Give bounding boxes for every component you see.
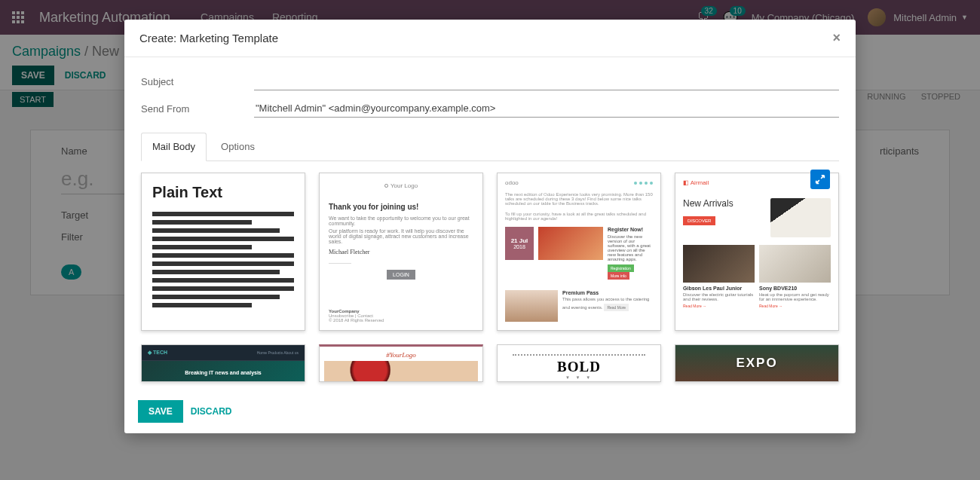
tech-brand: ◆ TECH: [148, 350, 167, 356]
food-logo: #YourLogo: [320, 347, 482, 361]
odoo-pp-h: Premium Pass: [562, 290, 653, 295]
template-thumbnails: Plain Text Your Logo Thank you for joini…: [141, 173, 839, 390]
bold-title: BOLD: [498, 359, 660, 375]
modal-body: Subject Send From Mail Body Options Plai…: [124, 57, 856, 390]
prod1-name: Gibson Les Paul Junior: [683, 286, 755, 291]
tech-nav: Home Products About us: [257, 350, 299, 355]
thanks-copyright: © 2018 All Rights Reserved: [329, 318, 473, 323]
tabs: Mail Body Options: [141, 133, 839, 161]
modal-title: Create: Marketing Template: [139, 32, 278, 44]
odoo-crowd-image: [538, 227, 603, 260]
prod2-name: Sony BDVE210: [759, 286, 831, 291]
prod2-desc: Heat up the popcorn and get ready for an…: [759, 292, 829, 301]
modal-overlay: Create: Marketing Template × Subject Sen…: [0, 0, 980, 480]
odoo-brand: odoo: [505, 179, 519, 186]
tab-options[interactable]: Options: [210, 133, 266, 161]
template-food[interactable]: #YourLogo: [319, 344, 483, 382]
prod1-image: [683, 245, 755, 283]
template-airmail[interactable]: ◧ Airmail New Arrivals DISCOVER Gibs: [675, 173, 839, 331]
subject-label: Subject: [141, 76, 254, 87]
template-bold[interactable]: BOLD ▼ ▼ ▼: [497, 344, 661, 382]
airmail-discover-btn: DISCOVER: [683, 216, 715, 225]
expo-title: EXPO: [675, 345, 838, 371]
odoo-intro2: To fill up your curiosity, have a look a…: [498, 212, 660, 221]
template-odoo-event[interactable]: odoo The next edition of Odoo Experience…: [497, 173, 661, 331]
airmail-heading: New Arrivals: [683, 198, 770, 209]
modal-save-button[interactable]: SAVE: [138, 400, 183, 423]
from-input[interactable]: [254, 99, 839, 118]
thanks-p2: Our platform is ready for work. It will …: [329, 228, 473, 244]
template-plain-text[interactable]: Plain Text: [141, 173, 305, 331]
odoo-intro1: The next edition of Odoo Experience look…: [498, 192, 660, 206]
thanks-p1: We want to take the opportunity to welco…: [329, 216, 473, 226]
template-tech[interactable]: ◆ TECHHome Products About us Breaking IT…: [141, 344, 305, 382]
food-image: [324, 361, 478, 382]
template-thank-you[interactable]: Your Logo Thank you for joining us! We w…: [319, 173, 483, 331]
thanks-login-btn: LOGIN: [387, 270, 415, 280]
plain-heading: Plain Text: [152, 184, 294, 201]
prod1-desc: Discover the electric guitar tutorials a…: [683, 292, 753, 301]
tech-headline: Breaking IT news and analysis: [142, 361, 305, 382]
close-icon[interactable]: ×: [832, 30, 841, 46]
prod1-readmore: Read More →: [683, 304, 755, 308]
tab-mailbody[interactable]: Mail Body: [141, 133, 207, 161]
modal-footer: SAVE DISCARD: [124, 390, 856, 433]
odoo-food-image: [505, 290, 558, 322]
template-expo[interactable]: EXPO: [675, 344, 839, 382]
odoo-register-p: Discover the new version of our software…: [608, 234, 651, 261]
thanks-heading: Thank you for joining us!: [329, 203, 473, 211]
prod2-readmore: Read More →: [759, 304, 831, 308]
odoo-register-h: Register Now!: [608, 227, 653, 232]
modal-header: Create: Marketing Template ×: [124, 20, 856, 57]
from-label: Send From: [141, 103, 254, 115]
subject-input[interactable]: [254, 72, 839, 90]
prod2-image: [759, 245, 831, 283]
thanks-sig-name: Michael Fletcher: [329, 249, 473, 255]
thanks-logo: Your Logo: [329, 182, 473, 189]
guitar-image: [770, 198, 831, 237]
expand-icon[interactable]: [810, 170, 830, 189]
odoo-date: 21 Jul2018: [505, 227, 534, 260]
modal-discard-button[interactable]: DISCARD: [191, 406, 232, 417]
create-template-modal: Create: Marketing Template × Subject Sen…: [124, 20, 856, 433]
